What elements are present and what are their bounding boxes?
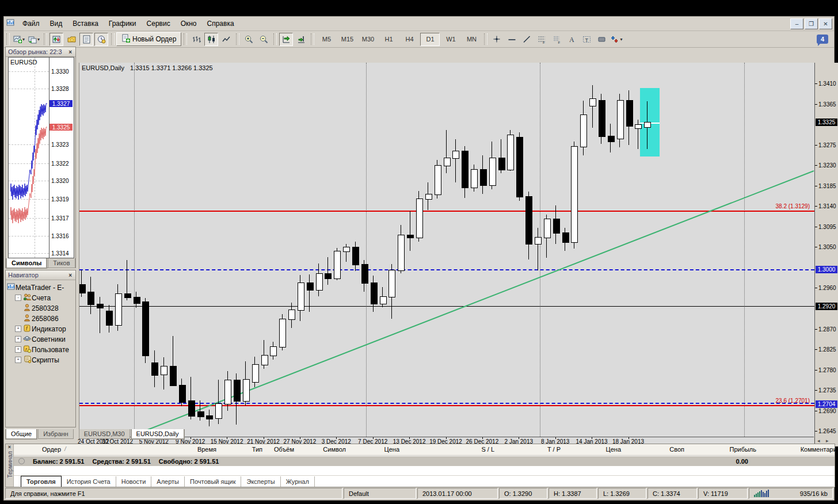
market-watch-tab-symbols[interactable]: Символы bbox=[6, 258, 47, 269]
tree-item-2580328[interactable]: 2580328 bbox=[7, 303, 75, 313]
navigator-button[interactable] bbox=[79, 33, 93, 46]
tree-item-счета[interactable]: -Счета bbox=[7, 293, 75, 303]
terminal-tab-эксперты[interactable]: Эксперты bbox=[241, 476, 280, 487]
terminal-column-объ-м[interactable]: Объём bbox=[274, 446, 294, 453]
terminal-column-прибыль[interactable]: Прибыль bbox=[729, 446, 756, 453]
price-tick bbox=[815, 186, 817, 186]
menu-item-Вставка[interactable]: Вставка bbox=[67, 18, 104, 29]
collapse-icon[interactable]: - bbox=[15, 295, 21, 301]
timeframe-button-m30[interactable]: M30 bbox=[358, 33, 378, 46]
close-icon[interactable]: × bbox=[6, 444, 13, 450]
tick-chart[interactable]: EURUSD1.33301.33281.33231.33221.33201.33… bbox=[8, 57, 74, 258]
restore-button[interactable]: ❐ bbox=[805, 18, 818, 29]
toolbar-grip bbox=[273, 33, 277, 45]
timeframe-button-m5[interactable]: M5 bbox=[317, 33, 336, 46]
chart-tab-eurusd-daily[interactable]: EURUSD,Daily bbox=[131, 429, 185, 440]
price-tick-label: 1.3275 bbox=[818, 142, 836, 148]
terminal-column-цена[interactable]: Цена bbox=[606, 446, 621, 453]
text-button[interactable]: A bbox=[565, 33, 578, 46]
tree-item-2658086[interactable]: 2658086 bbox=[7, 314, 75, 323]
price-tick bbox=[815, 370, 817, 371]
shapes-button[interactable] bbox=[595, 33, 608, 46]
menu-item-Вид[interactable]: Вид bbox=[45, 18, 68, 29]
terminal-column-комментарий[interactable]: Комментарий bbox=[801, 446, 838, 453]
price-tick bbox=[815, 145, 817, 146]
market-watch-tab-ticks[interactable]: Тиков bbox=[48, 258, 75, 268]
crosshair-button[interactable] bbox=[490, 33, 504, 46]
status-bar-close: C: 1.3374 bbox=[647, 488, 697, 499]
terminal-column-t-p[interactable]: T / P bbox=[547, 446, 561, 453]
navigator-tab-favorites[interactable]: Избранн bbox=[38, 429, 74, 439]
arrows-button[interactable]: ▾ bbox=[610, 33, 623, 46]
terminal-tab-новости[interactable]: Новости bbox=[116, 476, 152, 487]
tree-item-metatrader-e-[interactable]: MetaTrader - E- bbox=[7, 282, 74, 292]
candlestick-button[interactable] bbox=[204, 33, 218, 46]
line-chart-button[interactable] bbox=[219, 33, 233, 46]
terminal-tab-почтовый-ящик[interactable]: Почтовый ящик bbox=[185, 476, 241, 487]
community-badge[interactable]: 4 bbox=[817, 35, 828, 44]
terminal-column-ордер[interactable]: Ордер bbox=[42, 446, 61, 453]
bar-chart-button[interactable] bbox=[189, 33, 203, 46]
terminal-tab-история-счета[interactable]: История Счета bbox=[62, 476, 116, 487]
terminal-tab-алерты[interactable]: Алерты bbox=[151, 476, 185, 487]
chart-symbol-period: EURUSD,Daily bbox=[82, 64, 124, 71]
auto-scroll-button[interactable] bbox=[279, 33, 293, 46]
candle-body bbox=[243, 379, 250, 401]
bar-chart-icon bbox=[192, 35, 201, 44]
timeframe-button-mn[interactable]: MN bbox=[462, 33, 481, 46]
terminal-column-время[interactable]: Время bbox=[197, 446, 216, 453]
terminal-tab-торговля[interactable]: Торговля bbox=[21, 476, 62, 487]
expand-icon[interactable]: + bbox=[15, 326, 21, 332]
tree-item-скрипты[interactable]: +Скрипты bbox=[7, 355, 75, 365]
candle-body bbox=[298, 282, 304, 311]
close-button[interactable]: ✕ bbox=[819, 18, 832, 29]
text-label-button[interactable]: T bbox=[580, 33, 593, 46]
terminal-column-s-l[interactable]: S / L bbox=[481, 446, 494, 453]
navigator-tab-common[interactable]: Общие bbox=[5, 429, 37, 440]
expand-icon[interactable]: + bbox=[15, 336, 21, 342]
terminal-column-цена[interactable]: Цена bbox=[384, 446, 399, 453]
terminal-column-символ[interactable]: Символ bbox=[323, 446, 346, 453]
close-icon[interactable]: × bbox=[67, 49, 73, 55]
zoom-out-button[interactable] bbox=[257, 33, 271, 46]
timeframe-button-h4[interactable]: H4 bbox=[399, 33, 419, 46]
menu-item-Графики[interactable]: Графики bbox=[104, 18, 142, 29]
new-order-button[interactable]: Новый Ордер bbox=[116, 32, 181, 46]
navigator-icon bbox=[82, 35, 91, 44]
profiles-button[interactable]: ▾ bbox=[27, 33, 41, 46]
chart-shift-button[interactable] bbox=[294, 33, 308, 46]
tree-item-советники[interactable]: +Советники bbox=[7, 334, 75, 344]
new-chart-button[interactable]: ▾ bbox=[12, 33, 26, 46]
terminal-column-тип[interactable]: Тип bbox=[252, 446, 262, 453]
hline-button[interactable] bbox=[505, 33, 519, 46]
fibo-grid-button[interactable]: F bbox=[550, 33, 563, 46]
trendline-button[interactable] bbox=[520, 33, 534, 46]
tree-item-индикатор[interactable]: +fИндикатор bbox=[7, 324, 75, 334]
chart-price-scale[interactable]: 1.34101.33651.32751.32301.31851.31401.30… bbox=[814, 63, 838, 446]
timeframe-button-w1[interactable]: W1 bbox=[441, 33, 460, 46]
timeframe-button-d1[interactable]: D1 bbox=[420, 33, 440, 46]
candle-wick bbox=[410, 211, 410, 251]
fibo-icon: F bbox=[538, 35, 546, 44]
expand-icon[interactable]: + bbox=[15, 357, 21, 363]
tree-item-пользовате[interactable]: +fПользовате bbox=[7, 345, 75, 354]
terminal-button[interactable] bbox=[94, 33, 108, 46]
zoom-in-button[interactable] bbox=[242, 33, 256, 46]
market-watch-button[interactable] bbox=[49, 33, 63, 46]
menu-item-Справка[interactable]: Справка bbox=[202, 18, 239, 29]
terminal-column-своп[interactable]: Своп bbox=[669, 446, 684, 453]
price-tick-label: 1.3230 bbox=[818, 162, 836, 169]
fibo-button[interactable]: F bbox=[535, 33, 548, 46]
timeframe-button-h1[interactable]: H1 bbox=[379, 33, 398, 46]
data-window-button[interactable] bbox=[64, 33, 78, 46]
terminal-tab-журнал[interactable]: Журнал bbox=[281, 476, 315, 487]
chart-tab-eurusd-m30[interactable]: EURUSD,M30 bbox=[79, 429, 130, 439]
menu-item-Сервис[interactable]: Сервис bbox=[142, 18, 176, 29]
expand-icon[interactable]: + bbox=[15, 346, 21, 353]
minimize-button[interactable]: – bbox=[790, 18, 803, 29]
close-icon[interactable]: × bbox=[67, 272, 73, 278]
menu-item-Файл[interactable]: Файл bbox=[17, 18, 45, 29]
timeframe-button-m15[interactable]: M15 bbox=[337, 33, 357, 46]
chart-plot[interactable]: 38.2 (1.3129)23.6 (1.2701)EURUSD,Daily1.… bbox=[79, 63, 814, 437]
menu-item-Окно[interactable]: Окно bbox=[176, 18, 202, 29]
